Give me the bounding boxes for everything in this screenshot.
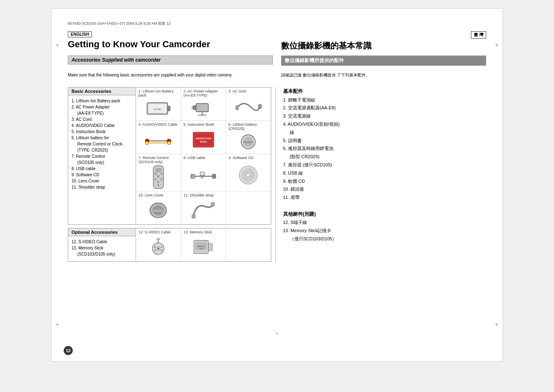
item-6: 6. Lithium battery for [72,135,132,141]
intro-text-zh: 請確認已隨 數位攝錄影機提供 了下列基本配件。 [281,72,486,78]
svg-point-39 [247,173,250,177]
grid-image-5: INSTRUCTION BOOK [184,127,224,152]
item-10: 10. Lens Cover [72,178,132,184]
grid-cell-8: 8. USB cable [181,154,226,191]
coin-battery-icon: CR2025 [240,134,256,150]
grid-image-12 [138,235,178,260]
optional-accessories-section: Optional Accessories 12. S-VIDEO Cable 1… [68,228,271,262]
grid-image-2 [184,98,224,119]
svg-rect-44 [192,215,195,218]
zh-item-11: 11. 肩帶 [283,194,487,202]
zh-item-13: 13. Memory Stick記憶卡 [283,227,487,235]
svg-text:INSTRUCTION: INSTRUCTION [196,137,211,140]
section-header-left: Accessories Supplied with camcorder [68,55,273,69]
svg-rect-36 [212,174,216,178]
memory-stick-icon: Memory Stick [190,237,217,258]
grid-label-4: 4. AUDIO/VIDEO Cable [138,122,178,127]
zh-item-3: 3. 交流電源線 [283,112,487,120]
zh-item-7: 7. 搖控器 (僅只SCD105) [283,161,487,169]
grid-label-3: 3. AC cord [229,89,246,93]
grid-image-8 [184,161,224,189]
svg-rect-10 [236,106,238,110]
svg-point-51 [154,250,155,251]
intro-left: Make sure that the following basic acces… [68,72,273,83]
item-6-sub1: Remote Control or Clock. [77,141,132,147]
zh-item-8: 8. USB 線 [283,169,487,178]
cross-mark-tl: + [55,42,59,49]
usb-icon [190,166,217,184]
remote-icon [151,165,166,189]
svg-rect-54 [157,238,160,240]
grid-image-4 [138,127,178,152]
svg-point-17 [167,141,171,145]
grid-label-2: 2. AC Power Adapter (AA-E8 TYPE) [184,89,224,97]
zh-item-10: 10. 鏡頭蓋 [283,185,487,194]
zh-item-6: 6. 搖控器及時鐘用鋰電池 [283,145,487,153]
section-header-en: Accessories Supplied with camcorder [68,55,273,65]
zh-item-5: 5. 説明書 [283,137,487,145]
grid-row-2: 4. AUDIO/VIDEO Cable [136,121,271,154]
svg-point-29 [160,173,162,175]
section-header-right: 數位攝錄影機所提供的配件 [281,55,486,69]
main-title-zh: 數位攝錄影機的基本常識 [281,40,486,51]
intro-row: Make sure that the following basic acces… [68,72,486,83]
intro-right: 請確認已隨 數位攝錄影機提供 了下列基本配件。 [281,72,486,83]
svg-rect-59 [208,243,212,251]
svg-point-31 [160,178,162,180]
main-title-en: Getting to Know Your Camcorder [68,39,273,50]
grid-cell-10: 10. Lens Cover SAMSUNG [136,191,181,224]
grid-cell-3: 3. AC cord [226,88,271,120]
svg-rect-1 [168,106,170,111]
grid-image-10: SAMSUNG [138,198,178,223]
battery-icon: Li-Ion [145,99,172,118]
left-content: Basic Accessories 1. Lithium Ion Battery… [68,87,276,262]
item-11: 11. Shoulder strap [72,184,132,190]
grid-cell-4: 4. AUDIO/VIDEO Cable [136,121,181,154]
zh-item-1: 1. 鋰離子電池組 [283,96,487,104]
grid-label-9: 9. Software CD [229,156,254,160]
adapter-icon [190,99,217,118]
svg-text:BOOK: BOOK [200,141,207,143]
right-content: 基本配件 1. 鋰離子電池組 2. 交流電源適配器(AA-E8) 3. 交流電源… [276,87,487,262]
item-8: 8. USB cable [72,166,132,172]
svg-point-48 [157,248,159,249]
grid-label-6: 6. Lithium battery (CR2025) [229,122,268,131]
svg-text:Stick: Stick [199,247,203,250]
image-grid-basic: 1. Lithium Ion Battery pack Li-Ion [136,88,271,224]
grid-cell-empty2 [226,228,271,261]
grid-image-9 [229,161,268,189]
grid-label-1: 1. Lithium Ion Battery pack [138,89,178,97]
optional-item-13: 13. Memory Stick [72,245,132,251]
grid-image-3 [229,94,268,119]
optional-item-12: 12. S-VIDEO Cable [72,239,132,245]
optional-section-inner: Optional Accessories 12. S-VIDEO Cable 1… [68,228,271,261]
optional-list-column: Optional Accessories 12. S-VIDEO Cable 1… [68,228,136,261]
zh-item-6-sub: (類型:CR2025) [290,153,487,161]
optional-image-grid: 12. S-VIDEO Cable [136,228,271,261]
zh-item-4: 4. AUDIO/VIDEO(音頻/視頻) [283,120,487,129]
svg-point-32 [157,181,159,183]
grid-label-12: 12. S-VIDEO Cable [138,230,171,234]
svg-point-33 [157,184,159,187]
section-header-zh: 數位攝錄影機所提供的配件 [281,55,486,66]
item-1: 1. Lithium Ion Battery pack [72,98,132,104]
optional-item-13-sub: (SCD103/D105 only) [77,251,132,257]
svg-point-16 [145,141,149,145]
svideo-icon [145,237,172,258]
intro-text-en: Make sure that the following basic acces… [68,72,273,78]
optional-accessories-header: Optional Accessories [68,228,136,236]
zh-item-13-sub: （僅只SCD103/D105） [290,235,487,243]
grid-cell-2: 2. AC Power Adapter (AA-E8 TYPE) [181,88,226,120]
page-container: + + + + 00743D SCD103 USA+TAI(01~27) 200… [51,8,503,362]
grid-cell-11: 11. Shoulder strap [181,191,226,224]
grid-cell-1: 1. Lithium Ion Battery pack Li-Ion [136,88,181,120]
strap-icon [190,201,217,220]
item-5: 5. Instruction Book [72,129,132,135]
grid-cell-12: 12. S-VIDEO Cable [136,228,181,261]
svg-rect-11 [259,104,261,108]
grid-cell-empty [226,191,271,224]
item-2-sub: (AA-E8 TYPE) [77,110,132,116]
page-number: 12 [64,346,73,355]
basic-section-inner: Basic Accessories 1. Lithium Ion Battery… [68,88,271,224]
grid-image-6: CR2025 [229,131,268,152]
